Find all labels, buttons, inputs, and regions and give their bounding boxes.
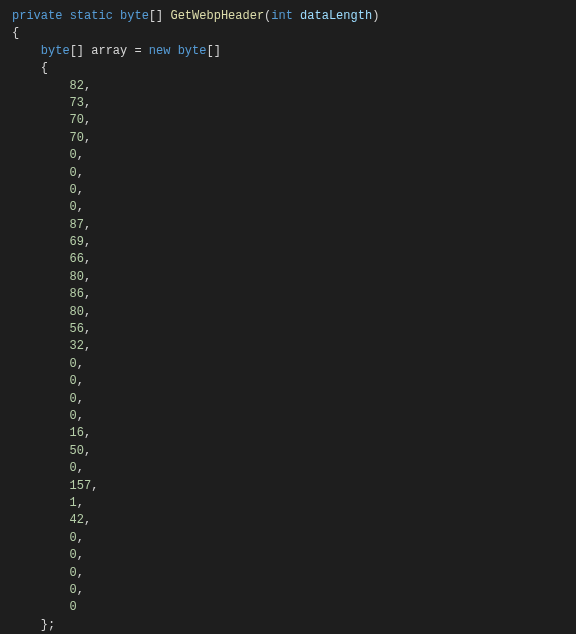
array-value: 42 [70,513,84,527]
array-value: 82 [70,79,84,93]
array-value: 0 [70,461,77,475]
type-byte: byte [41,44,70,58]
array-value: 69 [70,235,84,249]
array-value: 16 [70,426,84,440]
array-value: 0 [70,392,77,406]
keyword-new: new [149,44,171,58]
array-value: 0 [70,600,77,614]
array-value: 0 [70,409,77,423]
array-value: 86 [70,287,84,301]
array-value: 66 [70,252,84,266]
array-value: 0 [70,148,77,162]
array-value: 32 [70,339,84,353]
type-byte: byte [120,9,149,23]
array-value: 0 [70,166,77,180]
array-value: 70 [70,113,84,127]
keyword-private: private [12,9,62,23]
type-byte: byte [178,44,207,58]
keyword-static: static [70,9,113,23]
array-value: 0 [70,357,77,371]
array-value: 80 [70,270,84,284]
array-value: 0 [70,566,77,580]
array-value: 0 [70,200,77,214]
array-value: 0 [70,548,77,562]
array-value: 0 [70,531,77,545]
array-value: 73 [70,96,84,110]
var-array: array [91,44,127,58]
function-name: GetWebpHeader [170,9,264,23]
array-value: 157 [70,479,92,493]
array-value: 0 [70,583,77,597]
array-value: 70 [70,131,84,145]
array-value: 0 [70,374,77,388]
code-block: private static byte[] GetWebpHeader(int … [12,8,564,634]
param-type: int [271,9,293,23]
array-value: 56 [70,322,84,336]
array-value: 87 [70,218,84,232]
array-value: 80 [70,305,84,319]
param-name: dataLength [300,9,372,23]
array-value: 50 [70,444,84,458]
array-value: 1 [70,496,77,510]
array-value: 0 [70,183,77,197]
